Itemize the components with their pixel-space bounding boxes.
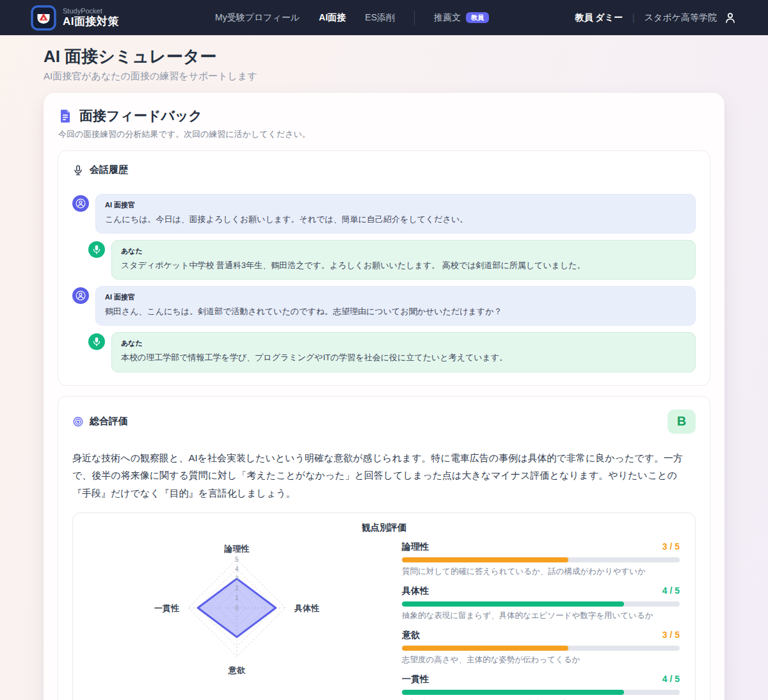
message-row-ai: AI 面接官鶴田さん、こんにちは。剣道部で活動されていたのですね。志望理由につい…	[72, 286, 696, 326]
chart-row: 012345論理性具体性意欲一貫性 論理性3 / 5質問に対して的確に答えられて…	[84, 536, 684, 700]
nav-items: My受験プロフィール AI面接 ES添削 推薦文 教員	[215, 11, 489, 25]
metric-bar-track	[402, 690, 680, 695]
overall-header: 総合評価 B	[72, 410, 696, 434]
studypocket-logo-icon	[31, 5, 56, 31]
overall-card: 総合評価 B 身近な技術への観察眼と、AIを社会実装したいという明確な意欲が感じ…	[58, 396, 710, 700]
feedback-card-header: 面接フィードバック	[58, 107, 710, 125]
metric-bar-track	[402, 557, 680, 562]
document-icon	[58, 108, 73, 123]
metric-name: 意欲	[402, 630, 420, 641]
conversation-messages: AI 面接官こんにちは。今日は、面接よろしくお願いします。それでは、簡単に自己紹…	[72, 194, 696, 372]
nav-item-ai-interview[interactable]: AI面接	[319, 12, 346, 24]
svg-text:3: 3	[235, 575, 239, 582]
metric-item: 意欲3 / 5志望度の高さや、主体的な姿勢が伝わってくるか	[402, 630, 680, 665]
page-subtitle: AI面接官があなたの面接の練習をサポートします	[44, 70, 724, 83]
svg-text:一貫性: 一貫性	[154, 603, 180, 613]
svg-text:0: 0	[235, 604, 239, 611]
feedback-subtitle: 今回の面接練習の分析結果です。次回の練習に活かしてください。	[58, 129, 710, 140]
user-mic-avatar-icon	[88, 241, 105, 258]
metric-description: 志望度の高さや、主体的な姿勢が伝わってくるか	[402, 655, 680, 665]
svg-text:2: 2	[235, 585, 239, 592]
nav-divider	[414, 11, 415, 25]
message-speaker: あなた	[121, 246, 686, 256]
metric-score: 3 / 5	[662, 541, 680, 552]
svg-text:1: 1	[235, 594, 239, 601]
message-speaker: AI 面接官	[105, 292, 686, 302]
nav-user-area: 教員 ダミー ｜ スタポケ高等学院	[575, 11, 737, 25]
message-text: 鶴田さん、こんにちは。剣道部で活動されていたのですね。志望理由についてお聞かせい…	[105, 305, 686, 318]
metric-item: 論理性3 / 5質問に対して的確に答えられているか、話の構成がわかりやすいか	[402, 541, 680, 577]
chart-title: 観点別評価	[84, 522, 684, 534]
metric-name: 論理性	[402, 541, 429, 553]
user-separator: ｜	[629, 12, 638, 24]
metric-item: 具体性4 / 5抽象的な表現に留まらず、具体的なエピソードや数字を用いているか	[402, 585, 680, 621]
nav-item-my-profile[interactable]: My受験プロフィール	[215, 12, 300, 24]
nav-item-es-review[interactable]: ES添削	[365, 12, 395, 24]
teacher-badge: 教員	[466, 12, 489, 23]
metric-bar-track	[402, 646, 680, 651]
account-person-icon[interactable]	[723, 11, 737, 25]
message-bubble: あなたスタディポケット中学校 普通科3年生、鶴田浩之です。よろしくお願いいたしま…	[111, 240, 696, 280]
message-bubble: AI 面接官こんにちは。今日は、面接よろしくお願いします。それでは、簡単に自己紹…	[95, 194, 696, 234]
message-speaker: AI 面接官	[105, 200, 686, 210]
message-row-user: あなた本校の理工学部で情報工学を学び、プログラミングやITの学習を社会に役に立て…	[88, 332, 696, 372]
metric-bar-track	[402, 601, 680, 607]
user-mic-avatar-icon	[88, 333, 105, 350]
metric-score: 4 / 5	[662, 674, 680, 684]
svg-text:具体性: 具体性	[294, 603, 320, 613]
metric-name: 具体性	[402, 585, 429, 597]
svg-text:論理性: 論理性	[224, 544, 250, 553]
feedback-card: 面接フィードバック 今回の面接練習の分析結果です。次回の練習に活かしてください。…	[44, 93, 724, 700]
top-navbar: StudyPocket AI面接対策 My受験プロフィール AI面接 ES添削 …	[0, 0, 768, 35]
svg-text:意欲: 意欲	[228, 665, 246, 675]
message-bubble: AI 面接官鶴田さん、こんにちは。剣道部で活動されていたのですね。志望理由につい…	[95, 286, 696, 326]
evaluation-chart-box: 観点別評価 012345論理性具体性意欲一貫性 論理性3 / 5質問に対して的確…	[72, 513, 696, 700]
nav-item-recommendation[interactable]: 推薦文 教員	[434, 12, 489, 24]
feedback-title: 面接フィードバック	[79, 107, 202, 125]
metric-score: 4 / 5	[662, 585, 680, 596]
metric-bar-fill	[402, 690, 624, 695]
brand[interactable]: StudyPocket AI面接対策	[31, 5, 119, 31]
svg-text:4: 4	[235, 566, 239, 573]
message-text: スタディポケット中学校 普通科3年生、鶴田浩之です。よろしくお願いいたします。 …	[121, 259, 686, 272]
metric-name: 一貫性	[402, 674, 429, 685]
target-icon	[72, 416, 84, 427]
overall-comment: 身近な技術への観察眼と、AIを社会実装したいという明確な意欲が感じられます。特に…	[72, 449, 696, 502]
metric-description: 抽象的な表現に留まらず、具体的なエピソードや数字を用いているか	[402, 610, 680, 621]
message-row-user: あなたスタディポケット中学校 普通科3年生、鶴田浩之です。よろしくお願いいたしま…	[88, 240, 696, 280]
conversation-card: 会話履歴 AI 面接官こんにちは。今日は、面接よろしくお願いします。それでは、簡…	[58, 150, 710, 386]
metric-bar-fill	[402, 557, 568, 562]
radar-chart: 012345論理性具体性意欲一貫性	[84, 536, 398, 682]
metric-description: 質問に対して的確に答えられているか、話の構成がわかりやすいか	[402, 566, 680, 577]
metric-bars: 論理性3 / 5質問に対して的確に答えられているか、話の構成がわかりやすいか具体…	[398, 536, 684, 700]
grade-badge: B	[668, 410, 696, 434]
conversation-title: 会話履歴	[90, 164, 128, 176]
message-bubble: あなた本校の理工学部で情報工学を学び、プログラミングやITの学習を社会に役に立て…	[111, 332, 696, 372]
user-name: 教員 ダミー	[575, 12, 623, 24]
message-speaker: あなた	[121, 338, 686, 348]
overall-title: 総合評価	[90, 415, 128, 427]
svg-text:5: 5	[235, 555, 239, 562]
conversation-header: 会話履歴	[72, 164, 696, 176]
message-text: こんにちは。今日は、面接よろしくお願いします。それでは、簡単に自己紹介をしてくだ…	[105, 213, 686, 226]
brand-name: StudyPocket	[63, 7, 119, 15]
message-text: 本校の理工学部で情報工学を学び、プログラミングやITの学習を社会に役に立てたいと…	[121, 351, 686, 364]
nav-item-recommendation-label: 推薦文	[434, 12, 461, 24]
ai-interviewer-avatar-icon	[72, 195, 89, 212]
metric-item: 一貫性4 / 5志望動機や自己PR、その他の回答内容に矛盾がないか	[402, 674, 680, 700]
metric-bar-fill	[402, 646, 568, 651]
page-header: AI 面接シミュレーター AI面接官があなたの面接の練習をサポートします	[0, 35, 768, 83]
ai-interviewer-avatar-icon	[72, 287, 89, 304]
message-row-ai: AI 面接官こんにちは。今日は、面接よろしくお願いします。それでは、簡単に自己紹…	[72, 194, 696, 234]
brand-product: AI面接対策	[63, 15, 119, 28]
microphone-icon	[72, 164, 84, 176]
metric-bar-fill	[402, 601, 624, 607]
metric-score: 3 / 5	[662, 630, 680, 640]
user-organization: スタポケ高等学院	[644, 12, 717, 24]
page-title: AI 面接シミュレーター	[44, 45, 724, 67]
